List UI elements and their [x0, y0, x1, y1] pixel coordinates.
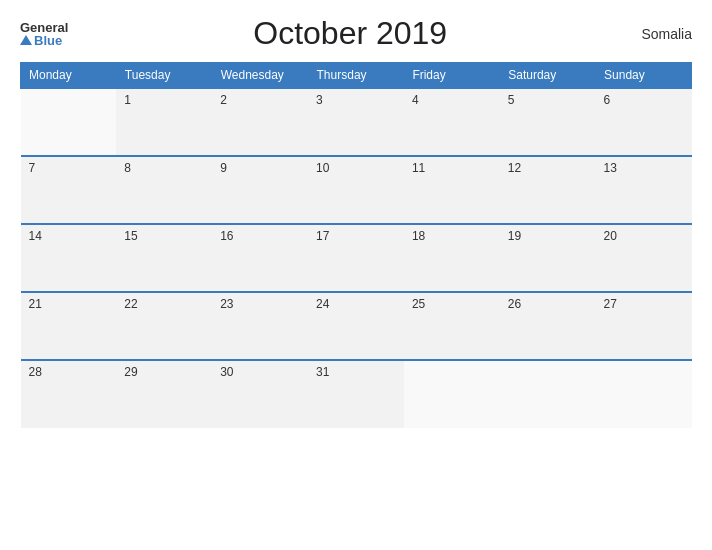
weekday-friday: Friday	[404, 63, 500, 89]
calendar-cell: 1	[116, 88, 212, 156]
calendar-cell	[500, 360, 596, 428]
day-number: 2	[220, 93, 227, 107]
calendar-page: General Blue October 2019 Somalia Monday…	[0, 0, 712, 550]
calendar-cell	[596, 360, 692, 428]
day-number: 24	[316, 297, 329, 311]
day-number: 30	[220, 365, 233, 379]
logo-triangle-icon	[20, 35, 32, 45]
calendar-cell: 26	[500, 292, 596, 360]
calendar-cell: 31	[308, 360, 404, 428]
day-number: 22	[124, 297, 137, 311]
calendar-cell: 3	[308, 88, 404, 156]
calendar-cell: 13	[596, 156, 692, 224]
calendar-cell: 10	[308, 156, 404, 224]
country-label: Somalia	[632, 26, 692, 42]
day-number: 15	[124, 229, 137, 243]
day-number: 14	[29, 229, 42, 243]
calendar-cell: 22	[116, 292, 212, 360]
week-row-4: 28293031	[21, 360, 692, 428]
day-number: 27	[604, 297, 617, 311]
calendar-cell: 20	[596, 224, 692, 292]
calendar-header-row: MondayTuesdayWednesdayThursdayFridaySatu…	[21, 63, 692, 89]
calendar-cell: 24	[308, 292, 404, 360]
calendar-cell: 23	[212, 292, 308, 360]
calendar-body: 1234567891011121314151617181920212223242…	[21, 88, 692, 428]
day-number: 5	[508, 93, 515, 107]
day-number: 28	[29, 365, 42, 379]
week-row-0: 123456	[21, 88, 692, 156]
weekday-saturday: Saturday	[500, 63, 596, 89]
week-row-2: 14151617181920	[21, 224, 692, 292]
day-number: 25	[412, 297, 425, 311]
logo-general-text: General	[20, 21, 68, 34]
calendar-table: MondayTuesdayWednesdayThursdayFridaySatu…	[20, 62, 692, 428]
month-title: October 2019	[68, 15, 632, 52]
logo: General Blue	[20, 21, 68, 47]
day-number: 19	[508, 229, 521, 243]
calendar-cell: 4	[404, 88, 500, 156]
calendar-header: General Blue October 2019 Somalia	[20, 15, 692, 52]
calendar-cell: 21	[21, 292, 117, 360]
day-number: 29	[124, 365, 137, 379]
day-number: 9	[220, 161, 227, 175]
day-number: 23	[220, 297, 233, 311]
calendar-cell: 9	[212, 156, 308, 224]
day-number: 11	[412, 161, 425, 175]
day-number: 10	[316, 161, 329, 175]
day-number: 17	[316, 229, 329, 243]
weekday-wednesday: Wednesday	[212, 63, 308, 89]
day-number: 3	[316, 93, 323, 107]
calendar-cell: 2	[212, 88, 308, 156]
calendar-cell: 14	[21, 224, 117, 292]
day-number: 31	[316, 365, 329, 379]
day-number: 12	[508, 161, 521, 175]
weekday-monday: Monday	[21, 63, 117, 89]
weekday-header-row: MondayTuesdayWednesdayThursdayFridaySatu…	[21, 63, 692, 89]
calendar-cell: 30	[212, 360, 308, 428]
day-number: 7	[29, 161, 36, 175]
calendar-cell: 17	[308, 224, 404, 292]
calendar-cell: 19	[500, 224, 596, 292]
logo-blue-text: Blue	[20, 34, 68, 47]
weekday-sunday: Sunday	[596, 63, 692, 89]
week-row-1: 78910111213	[21, 156, 692, 224]
week-row-3: 21222324252627	[21, 292, 692, 360]
day-number: 4	[412, 93, 419, 107]
day-number: 8	[124, 161, 131, 175]
day-number: 1	[124, 93, 131, 107]
weekday-tuesday: Tuesday	[116, 63, 212, 89]
day-number: 21	[29, 297, 42, 311]
calendar-cell: 15	[116, 224, 212, 292]
day-number: 18	[412, 229, 425, 243]
day-number: 26	[508, 297, 521, 311]
calendar-cell	[404, 360, 500, 428]
day-number: 13	[604, 161, 617, 175]
weekday-thursday: Thursday	[308, 63, 404, 89]
day-number: 6	[604, 93, 611, 107]
calendar-cell: 11	[404, 156, 500, 224]
calendar-cell: 6	[596, 88, 692, 156]
calendar-cell: 25	[404, 292, 500, 360]
calendar-cell: 18	[404, 224, 500, 292]
calendar-cell: 8	[116, 156, 212, 224]
calendar-cell: 12	[500, 156, 596, 224]
calendar-cell: 16	[212, 224, 308, 292]
calendar-cell: 7	[21, 156, 117, 224]
calendar-cell	[21, 88, 117, 156]
calendar-cell: 27	[596, 292, 692, 360]
day-number: 16	[220, 229, 233, 243]
calendar-cell: 5	[500, 88, 596, 156]
calendar-cell: 29	[116, 360, 212, 428]
day-number: 20	[604, 229, 617, 243]
calendar-cell: 28	[21, 360, 117, 428]
